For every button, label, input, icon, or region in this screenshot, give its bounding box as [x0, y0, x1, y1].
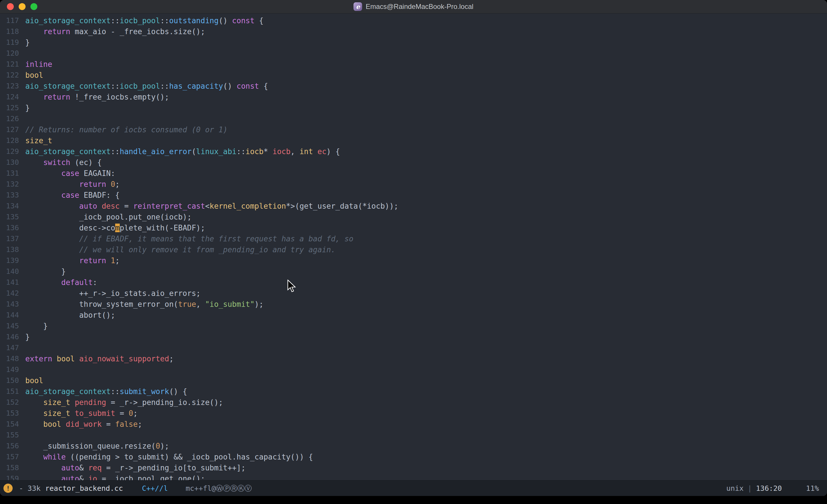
code-line[interactable]: 145 } [0, 320, 827, 332]
line-number: 130 [0, 157, 25, 168]
line-number: 124 [0, 92, 25, 102]
code-text: } [25, 37, 827, 48]
line-number: 123 [0, 81, 25, 92]
code-text: // Returns: number of iocbs consumed (0 … [25, 124, 827, 135]
code-line[interactable]: 156 _submission_queue.resize(0); [0, 441, 827, 451]
code-line[interactable]: 132 return 0; [0, 179, 827, 190]
code-text: return 1; [25, 255, 827, 266]
code-text: aio_storage_context::handle_aio_error(li… [25, 146, 827, 157]
zoom-button[interactable] [31, 3, 37, 10]
code-line[interactable]: 121inline [0, 59, 827, 70]
code-line[interactable]: 119} [0, 37, 827, 48]
code-text: extern bool aio_nowait_supported; [25, 353, 827, 364]
code-text: case EBADF: { [25, 190, 827, 201]
code-line[interactable]: 139 return 1; [0, 255, 827, 266]
line-number: 135 [0, 211, 25, 222]
code-line[interactable]: 131 case EAGAIN: [0, 168, 827, 179]
buffer-name[interactable]: reactor_backend.cc [45, 484, 123, 493]
code-text: bool [25, 375, 827, 386]
line-number: 155 [0, 430, 25, 441]
code-text: bool did_work = false; [25, 419, 827, 430]
code-line[interactable]: 151aio_storage_context::submit_work() { [0, 386, 827, 397]
minimize-button[interactable] [19, 3, 26, 10]
code-line[interactable]: 136 desc->complete_with(-EBADF); [0, 222, 827, 233]
line-number: 122 [0, 70, 25, 81]
major-mode[interactable]: C++//l [142, 484, 168, 493]
code-line[interactable]: 157 while ((pending > to_submit) && _ioc… [0, 451, 827, 462]
close-button[interactable] [7, 3, 14, 10]
code-line[interactable]: 143 throw_system_error_on(true, "io_subm… [0, 299, 827, 310]
line-number: 127 [0, 124, 25, 135]
line-number: 128 [0, 135, 25, 146]
code-line[interactable]: 152 size_t pending = _r->_pending_io.siz… [0, 397, 827, 408]
line-number: 139 [0, 255, 25, 266]
code-line[interactable]: 158 auto& req = _r->_pending_io[to_submi… [0, 462, 827, 473]
code-line[interactable]: 150bool [0, 375, 827, 386]
code-text: aio_storage_context::iocb_pool::outstand… [25, 15, 827, 26]
line-number: 119 [0, 37, 25, 48]
code-line[interactable]: 130 switch (ec) { [0, 157, 827, 168]
editor[interactable]: 117aio_storage_context::iocb_pool::outst… [0, 13, 827, 480]
code-line[interactable]: 122bool [0, 70, 827, 81]
code-text: _iocb_pool.put_one(iocb); [25, 211, 827, 222]
line-number: 132 [0, 179, 25, 190]
code-line[interactable]: 146} [0, 332, 827, 342]
code-line[interactable]: 120 [0, 48, 827, 59]
line-number: 121 [0, 59, 25, 70]
code-text: size_t [25, 135, 827, 146]
code-text: return max_aio - _free_iocbs.size(); [25, 26, 827, 37]
code-text: return !_free_iocbs.empty(); [25, 92, 827, 102]
code-line[interactable]: 154 bool did_work = false; [0, 419, 827, 430]
line-number: 126 [0, 113, 25, 124]
code-text: case EAGAIN: [25, 168, 827, 179]
code-line[interactable]: 142 ++_r->_io_stats.aio_errors; [0, 288, 827, 299]
code-line[interactable]: 144 abort(); [0, 310, 827, 320]
code-text: } [25, 320, 827, 332]
line-number: 153 [0, 408, 25, 419]
code-line[interactable]: 128size_t [0, 135, 827, 146]
code-line[interactable]: 118 return max_aio - _free_iocbs.size(); [0, 26, 827, 37]
code-line[interactable]: 137 // if EBADF, it means that the first… [0, 233, 827, 244]
code-text: while ((pending > to_submit) && _iocb_po… [25, 451, 827, 462]
line-number: 142 [0, 288, 25, 299]
code-line[interactable]: 127// Returns: number of iocbs consumed … [0, 124, 827, 135]
code-line[interactable]: 138 // we will only remove it from _pend… [0, 244, 827, 255]
code-line[interactable]: 153 size_t to_submit = 0; [0, 408, 827, 419]
code-line[interactable]: 159 auto& io = _iocb_pool.get_one(); [0, 473, 827, 480]
code-text: auto& io = _iocb_pool.get_one(); [25, 473, 827, 480]
text-cursor: m [115, 223, 120, 232]
code-text: auto desc = reinterpret_cast<kernel_comp… [25, 201, 827, 211]
code-line[interactable]: 141 default: [0, 277, 827, 288]
code-line[interactable]: 133 case EBADF: { [0, 190, 827, 201]
code-line[interactable]: 149 [0, 364, 827, 375]
minor-modes[interactable]: mc++fl@ⓌⓅⓇⓀⓋ [186, 484, 252, 493]
emacs-window: e Emacs@RaindeMacBook-Pro.local 117aio_s… [0, 0, 827, 496]
code-line[interactable]: 124 return !_free_iocbs.empty(); [0, 92, 827, 102]
line-number: 151 [0, 386, 25, 397]
code-text: aio_storage_context::iocb_pool::has_capa… [25, 81, 827, 92]
line-number: 140 [0, 266, 25, 277]
code-line[interactable]: 117aio_storage_context::iocb_pool::outst… [0, 15, 827, 26]
code-text: } [25, 102, 827, 113]
code-line[interactable]: 155 [0, 430, 827, 441]
code-line[interactable]: 134 auto desc = reinterpret_cast<kernel_… [0, 201, 827, 211]
code-line[interactable]: 129aio_storage_context::handle_aio_error… [0, 146, 827, 157]
code-line[interactable]: 126 [0, 113, 827, 124]
title-bar[interactable]: e Emacs@RaindeMacBook-Pro.local [0, 0, 827, 13]
code-line[interactable]: 135 _iocb_pool.put_one(iocb); [0, 211, 827, 222]
code-line[interactable]: 125} [0, 102, 827, 113]
code-text: size_t to_submit = 0; [25, 408, 827, 419]
code-line[interactable]: 123aio_storage_context::iocb_pool::has_c… [0, 81, 827, 92]
line-number: 129 [0, 146, 25, 157]
code-line[interactable]: 148extern bool aio_nowait_supported; [0, 353, 827, 364]
code-text [25, 48, 827, 59]
line-number: 147 [0, 342, 25, 353]
emacs-app-icon: e [353, 2, 362, 11]
code-line[interactable]: 147 [0, 342, 827, 353]
code-text [25, 113, 827, 124]
window-title: Emacs@RaindeMacBook-Pro.local [366, 3, 473, 11]
code-text: default: [25, 277, 827, 288]
code-text: aio_storage_context::submit_work() { [25, 386, 827, 397]
line-number: 125 [0, 102, 25, 113]
code-line[interactable]: 140 } [0, 266, 827, 277]
